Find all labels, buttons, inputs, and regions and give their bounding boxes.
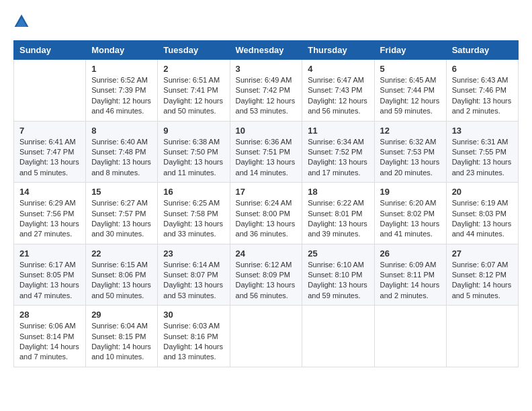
daylight-text: Daylight: 13 hours and 39 minutes. bbox=[308, 220, 367, 238]
sunset-text: Sunset: 7:53 PM bbox=[380, 148, 435, 156]
column-header-wednesday: Wednesday bbox=[230, 41, 302, 60]
day-number: 13 bbox=[452, 126, 513, 136]
cell-content: Sunrise: 6:24 AM Sunset: 8:00 PM Dayligh… bbox=[236, 198, 297, 240]
sunrise-text: Sunrise: 6:49 AM bbox=[236, 76, 292, 84]
sunset-text: Sunset: 8:02 PM bbox=[380, 210, 435, 218]
day-number: 9 bbox=[163, 126, 224, 136]
sunrise-text: Sunrise: 6:15 AM bbox=[91, 261, 148, 269]
calendar-cell: 29 Sunrise: 6:04 AM Sunset: 8:15 PM Dayl… bbox=[86, 306, 158, 367]
day-number: 2 bbox=[163, 64, 224, 74]
calendar-cell: 10 Sunrise: 6:36 AM Sunset: 7:51 PM Dayl… bbox=[230, 121, 302, 183]
cell-content: Sunrise: 6:04 AM Sunset: 8:15 PM Dayligh… bbox=[91, 321, 152, 363]
cell-content: Sunrise: 6:19 AM Sunset: 8:03 PM Dayligh… bbox=[452, 198, 513, 240]
sunrise-text: Sunrise: 6:25 AM bbox=[163, 199, 220, 207]
sunrise-text: Sunrise: 6:43 AM bbox=[452, 76, 508, 84]
column-header-friday: Friday bbox=[374, 41, 446, 60]
day-number: 15 bbox=[91, 187, 152, 197]
calendar-cell: 17 Sunrise: 6:24 AM Sunset: 8:00 PM Dayl… bbox=[230, 183, 302, 244]
calendar-cell: 4 Sunrise: 6:47 AM Sunset: 7:43 PM Dayli… bbox=[302, 60, 374, 122]
daylight-text: Daylight: 13 hours and 33 minutes. bbox=[163, 220, 223, 238]
calendar-cell: 22 Sunrise: 6:15 AM Sunset: 8:06 PM Dayl… bbox=[86, 244, 158, 306]
daylight-text: Daylight: 13 hours and 14 minutes. bbox=[236, 158, 296, 176]
sunrise-text: Sunrise: 6:41 AM bbox=[19, 138, 76, 146]
calendar-cell: 27 Sunrise: 6:07 AM Sunset: 8:12 PM Dayl… bbox=[446, 244, 518, 306]
daylight-text: Daylight: 13 hours and 8 minutes. bbox=[91, 158, 151, 176]
day-number: 17 bbox=[236, 187, 297, 197]
sunrise-text: Sunrise: 6:06 AM bbox=[19, 322, 76, 330]
sunset-text: Sunset: 7:52 PM bbox=[308, 148, 362, 156]
daylight-text: Daylight: 13 hours and 23 minutes. bbox=[452, 158, 512, 176]
calendar-cell: 19 Sunrise: 6:20 AM Sunset: 8:02 PM Dayl… bbox=[374, 183, 446, 244]
sunset-text: Sunset: 7:44 PM bbox=[380, 86, 435, 94]
sunset-text: Sunset: 8:07 PM bbox=[163, 271, 218, 279]
calendar-cell: 15 Sunrise: 6:27 AM Sunset: 7:57 PM Dayl… bbox=[86, 183, 158, 244]
cell-content: Sunrise: 6:41 AM Sunset: 7:47 PM Dayligh… bbox=[19, 137, 80, 179]
cell-content: Sunrise: 6:45 AM Sunset: 7:44 PM Dayligh… bbox=[380, 75, 441, 117]
cell-content: Sunrise: 6:47 AM Sunset: 7:43 PM Dayligh… bbox=[308, 75, 368, 117]
cell-content: Sunrise: 6:29 AM Sunset: 7:56 PM Dayligh… bbox=[19, 198, 80, 240]
day-number: 24 bbox=[236, 248, 297, 259]
cell-content: Sunrise: 6:49 AM Sunset: 7:42 PM Dayligh… bbox=[236, 75, 297, 117]
calendar-cell: 18 Sunrise: 6:22 AM Sunset: 8:01 PM Dayl… bbox=[302, 183, 374, 244]
sunrise-text: Sunrise: 6:14 AM bbox=[163, 261, 220, 269]
calendar-cell: 13 Sunrise: 6:31 AM Sunset: 7:55 PM Dayl… bbox=[446, 121, 518, 183]
calendar-cell: 28 Sunrise: 6:06 AM Sunset: 8:14 PM Dayl… bbox=[14, 306, 86, 367]
sunset-text: Sunset: 7:51 PM bbox=[236, 148, 290, 156]
calendar-cell: 1 Sunrise: 6:52 AM Sunset: 7:39 PM Dayli… bbox=[86, 60, 158, 122]
sunrise-text: Sunrise: 6:07 AM bbox=[452, 261, 508, 269]
cell-content: Sunrise: 6:14 AM Sunset: 8:07 PM Dayligh… bbox=[163, 260, 224, 302]
day-number: 26 bbox=[380, 248, 441, 259]
sunset-text: Sunset: 7:43 PM bbox=[308, 86, 362, 94]
daylight-text: Daylight: 13 hours and 2 minutes. bbox=[452, 97, 512, 115]
calendar-cell: 3 Sunrise: 6:49 AM Sunset: 7:42 PM Dayli… bbox=[230, 60, 302, 122]
sunset-text: Sunset: 8:09 PM bbox=[236, 271, 290, 279]
daylight-text: Daylight: 12 hours and 59 minutes. bbox=[380, 97, 440, 115]
daylight-text: Daylight: 13 hours and 47 minutes. bbox=[19, 281, 79, 299]
sunset-text: Sunset: 8:06 PM bbox=[91, 271, 146, 279]
calendar-cell: 6 Sunrise: 6:43 AM Sunset: 7:46 PM Dayli… bbox=[446, 60, 518, 122]
calendar-cell: 8 Sunrise: 6:40 AM Sunset: 7:48 PM Dayli… bbox=[86, 121, 158, 183]
cell-content: Sunrise: 6:31 AM Sunset: 7:55 PM Dayligh… bbox=[452, 137, 513, 179]
day-number: 10 bbox=[236, 126, 297, 136]
calendar-cell bbox=[230, 306, 302, 367]
daylight-text: Daylight: 13 hours and 20 minutes. bbox=[380, 158, 440, 176]
sunset-text: Sunset: 8:05 PM bbox=[19, 271, 74, 279]
cell-content: Sunrise: 6:36 AM Sunset: 7:51 PM Dayligh… bbox=[236, 137, 297, 179]
sunset-text: Sunset: 8:14 PM bbox=[19, 332, 74, 340]
day-number: 14 bbox=[19, 187, 80, 197]
logo-icon bbox=[13, 13, 30, 30]
cell-content: Sunrise: 6:09 AM Sunset: 8:11 PM Dayligh… bbox=[380, 260, 441, 302]
day-number: 3 bbox=[236, 64, 297, 74]
daylight-text: Daylight: 14 hours and 7 minutes. bbox=[19, 342, 79, 361]
calendar-cell: 12 Sunrise: 6:32 AM Sunset: 7:53 PM Dayl… bbox=[374, 121, 446, 183]
cell-content: Sunrise: 6:25 AM Sunset: 7:58 PM Dayligh… bbox=[163, 198, 224, 240]
daylight-text: Daylight: 13 hours and 36 minutes. bbox=[236, 220, 296, 238]
daylight-text: Daylight: 13 hours and 50 minutes. bbox=[91, 281, 151, 299]
calendar-cell bbox=[302, 306, 374, 367]
sunrise-text: Sunrise: 6:51 AM bbox=[163, 76, 220, 84]
sunset-text: Sunset: 7:39 PM bbox=[91, 86, 146, 94]
sunrise-text: Sunrise: 6:32 AM bbox=[380, 138, 437, 146]
calendar-cell: 25 Sunrise: 6:10 AM Sunset: 8:10 PM Dayl… bbox=[302, 244, 374, 306]
day-number: 19 bbox=[380, 187, 441, 197]
cell-content: Sunrise: 6:51 AM Sunset: 7:41 PM Dayligh… bbox=[163, 75, 224, 117]
sunset-text: Sunset: 7:42 PM bbox=[236, 86, 290, 94]
cell-content: Sunrise: 6:32 AM Sunset: 7:53 PM Dayligh… bbox=[380, 137, 441, 179]
sunset-text: Sunset: 8:11 PM bbox=[380, 271, 435, 279]
sunrise-text: Sunrise: 6:17 AM bbox=[19, 261, 76, 269]
sunrise-text: Sunrise: 6:29 AM bbox=[19, 199, 76, 207]
day-number: 30 bbox=[163, 310, 224, 320]
sunrise-text: Sunrise: 6:36 AM bbox=[236, 138, 292, 146]
cell-content: Sunrise: 6:40 AM Sunset: 7:48 PM Dayligh… bbox=[91, 137, 152, 179]
daylight-text: Daylight: 12 hours and 46 minutes. bbox=[91, 97, 151, 115]
daylight-text: Daylight: 13 hours and 59 minutes. bbox=[308, 281, 367, 299]
calendar-cell: 26 Sunrise: 6:09 AM Sunset: 8:11 PM Dayl… bbox=[374, 244, 446, 306]
daylight-text: Daylight: 13 hours and 27 minutes. bbox=[19, 220, 79, 238]
calendar-cell bbox=[446, 306, 518, 367]
sunrise-text: Sunrise: 6:47 AM bbox=[308, 76, 364, 84]
day-number: 22 bbox=[91, 248, 152, 259]
calendar-header-row: SundayMondayTuesdayWednesdayThursdayFrid… bbox=[14, 41, 519, 60]
sunrise-text: Sunrise: 6:40 AM bbox=[91, 138, 148, 146]
sunrise-text: Sunrise: 6:27 AM bbox=[91, 199, 148, 207]
daylight-text: Daylight: 14 hours and 5 minutes. bbox=[452, 281, 512, 299]
